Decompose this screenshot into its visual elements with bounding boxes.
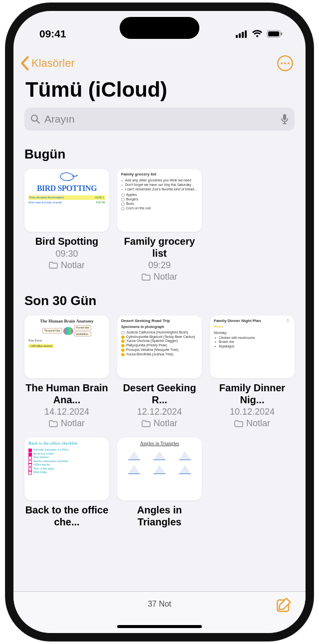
- note-time: 09:29: [117, 260, 202, 271]
- note-card[interactable]: The Human Brain Anatomy Temporal lobe Fr…: [24, 316, 109, 429]
- note-card[interactable]: Desert Geeking Road Trip Specimens to ph…: [117, 316, 202, 429]
- status-time: 09:41: [39, 28, 66, 40]
- today-grid: BIRD SPOTTING Ruby-throated HummingbirdJ…: [24, 169, 295, 282]
- notes-count: 37 Not: [148, 600, 171, 609]
- wifi-icon: [252, 30, 263, 38]
- note-title: Angles in Triangles: [117, 504, 202, 528]
- note-thumbnail: Desert Geeking Road Trip Specimens to ph…: [117, 316, 202, 378]
- svg-rect-0: [236, 35, 238, 38]
- svg-rect-1: [239, 33, 241, 38]
- screen: 09:41 Klasörler Tümü (iCloud) Arayın: [13, 11, 306, 633]
- search-icon: [30, 114, 40, 124]
- last30-grid: The Human Brain Anatomy Temporal lobe Fr…: [24, 316, 295, 528]
- chevron-left-icon: [19, 56, 30, 70]
- note-time: 09:30: [24, 249, 109, 259]
- status-icons: [236, 30, 283, 38]
- svg-point-8: [281, 62, 283, 64]
- recipe-icon: 🍴: [286, 319, 291, 323]
- svg-point-11: [31, 115, 37, 121]
- note-title: Desert Geeking R...: [117, 382, 202, 406]
- note-title: The Human Brain Ana...: [24, 382, 109, 406]
- svg-rect-3: [245, 30, 247, 38]
- note-title: Family grocery list: [117, 236, 202, 259]
- note-folder: Notlar: [210, 418, 295, 429]
- section-heading-today: Bugün: [24, 147, 295, 162]
- folder-icon: [49, 262, 58, 269]
- more-options-button[interactable]: [277, 55, 294, 72]
- back-button[interactable]: Klasörler: [19, 56, 75, 70]
- battery-icon: [267, 30, 283, 38]
- note-card[interactable]: Back to the office checklist Schedule ba…: [24, 438, 109, 528]
- note-folder: Notlar: [24, 418, 109, 429]
- cellular-icon: [236, 30, 248, 38]
- svg-point-9: [284, 62, 286, 64]
- triangle-illustration: [154, 465, 165, 474]
- svg-point-10: [288, 62, 290, 64]
- bottom-toolbar: 37 Not: [13, 591, 306, 633]
- triangle-illustration: [179, 451, 191, 460]
- search-placeholder: Arayın: [44, 113, 277, 125]
- note-title: Back to the office che...: [24, 504, 109, 528]
- note-thumbnail: Back to the office checklist Schedule ba…: [24, 438, 109, 500]
- note-time: 10.12.2024: [210, 407, 295, 417]
- compose-button[interactable]: [276, 597, 293, 614]
- section-heading-last30: Son 30 Gün: [24, 293, 295, 309]
- phone-frame: 09:41 Klasörler Tümü (iCloud) Arayın: [5, 3, 314, 641]
- page-title: Tümü (iCloud): [13, 74, 306, 108]
- note-card[interactable]: Angles in Triangles Angles in Triangl: [117, 438, 202, 528]
- thumb-text: BIRD SPOTTING: [28, 183, 105, 193]
- folder-icon: [142, 274, 151, 281]
- note-thumbnail: Angles in Triangles: [117, 438, 202, 500]
- note-time: 12.12.2024: [117, 407, 202, 417]
- svg-rect-2: [242, 32, 244, 38]
- triangle-illustration: [179, 465, 191, 474]
- note-title: Bird Spotting: [24, 236, 109, 248]
- note-card[interactable]: Family Dinner Night Plan 🍴 #Home Monday:…: [210, 316, 295, 429]
- note-title: Family Dinner Nig...: [210, 382, 295, 406]
- note-folder: Notlar: [117, 418, 202, 429]
- triangle-illustration: [154, 451, 165, 460]
- triangle-illustration: [128, 465, 140, 474]
- note-thumbnail: Family Dinner Night Plan 🍴 #Home Monday:…: [210, 316, 295, 378]
- note-card[interactable]: Family grocery list Add any other grocer…: [117, 169, 202, 282]
- folder-icon: [234, 420, 243, 427]
- navigation-bar: Klasörler: [13, 50, 306, 74]
- svg-line-12: [37, 121, 39, 123]
- dictation-icon[interactable]: [281, 114, 289, 125]
- note-thumbnail: BIRD SPOTTING Ruby-throated HummingbirdJ…: [24, 169, 109, 232]
- note-thumbnail: Family grocery list Add any other grocer…: [117, 169, 202, 232]
- svg-rect-5: [268, 31, 279, 36]
- notes-scroll-area[interactable]: Bugün BIRD SPOTTING Ruby-throated Hummin…: [13, 136, 306, 591]
- triangle-illustration: [128, 451, 140, 460]
- dynamic-island: [120, 17, 199, 39]
- svg-rect-13: [283, 114, 286, 120]
- svg-rect-6: [281, 32, 283, 35]
- folder-icon: [49, 420, 58, 427]
- note-folder: Notlar: [24, 260, 109, 271]
- home-indicator[interactable]: [117, 625, 202, 628]
- note-thumbnail: The Human Brain Anatomy Temporal lobe Fr…: [24, 316, 109, 378]
- back-label: Klasörler: [31, 57, 75, 70]
- note-folder: Notlar: [117, 272, 202, 282]
- brain-illustration: [63, 327, 73, 335]
- note-card[interactable]: BIRD SPOTTING Ruby-throated HummingbirdJ…: [24, 169, 109, 282]
- note-time: 14.12.2024: [24, 407, 109, 417]
- search-field[interactable]: Arayın: [24, 108, 295, 131]
- folder-icon: [142, 420, 151, 427]
